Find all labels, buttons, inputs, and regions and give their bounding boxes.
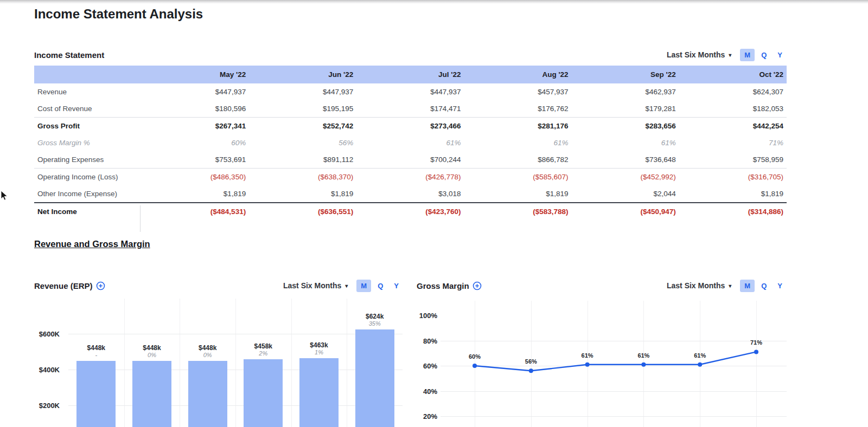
point-value-label: 71% [750,339,762,346]
cell: $252,742 [249,118,356,135]
row-label: Operating Expenses [34,151,142,169]
mode-quarter-button[interactable]: Q [757,49,771,61]
y-axis-label: $200K [34,402,60,410]
gridline [68,405,403,406]
column-divider [140,205,141,232]
column-header: May '22 [142,66,249,83]
cell: $195,195 [249,100,356,118]
revenue-bar[interactable] [188,361,227,427]
cell: $753,691 [142,151,249,169]
bar-value-label: $458k [254,342,272,350]
plus-circle-icon[interactable] [473,281,482,290]
plus-circle-icon[interactable] [96,281,105,290]
y-axis-label: 60% [417,362,437,370]
gridline [441,341,787,341]
cell: $447,937 [249,83,356,100]
gridline [441,366,787,366]
bar-change-label: 0% [148,352,156,358]
y-axis-label: 40% [417,387,437,395]
y-axis-label: $400K [34,366,60,374]
cell: ($426,778) [356,169,464,186]
cell: ($452,992) [572,169,679,186]
y-axis-label: $600K [34,330,60,338]
point-value-label: 60% [469,353,481,360]
gross-margin-period-controls: Last Six Months ▾ M Q Y [667,280,787,292]
row-label: Cost of Revenue [34,100,142,118]
mode-year-button[interactable]: Y [773,49,787,61]
gridline [441,416,787,417]
revenue-bar[interactable] [132,361,171,427]
gridline [124,299,125,427]
column-header: Oct '22 [679,66,787,83]
table-row: Net Income($484,531)($636,551)($423,760)… [34,203,787,220]
cell: $179,281 [572,100,679,118]
cell: $462,937 [572,83,679,100]
income-statement-header: Income Statement Last Six Months ▾ M Q Y [34,47,787,63]
cell: ($583,788) [464,203,571,220]
mode-quarter-button[interactable]: Q [373,280,387,292]
period-dropdown[interactable]: Last Six Months ▾ [283,281,348,290]
mode-month-button[interactable]: M [740,49,755,61]
y-axis-label: 100% [417,312,437,320]
income-statement-table: May '22Jun '22Jul '22Aug '22Sep '22Oct '… [34,66,787,220]
column-header: Jul '22 [356,66,464,83]
gridline [441,391,787,392]
gridline [756,301,757,427]
period-dropdown[interactable]: Last Six Months ▾ [667,50,731,59]
revenue-period-controls: Last Six Months ▾ M Q Y [283,280,403,292]
bar-change-label: 2% [259,350,267,357]
cell: $736,648 [572,151,679,169]
table-row: Revenue$447,937$447,937$447,937$457,937$… [34,83,787,100]
mode-month-button[interactable]: M [356,280,371,292]
table-header-row: May '22Jun '22Jul '22Aug '22Sep '22Oct '… [34,66,787,83]
cell: ($636,551) [249,203,356,220]
cell: 60% [142,134,249,151]
bar-change-label: - [95,352,97,358]
revenue-bar[interactable] [244,359,283,427]
gross-margin-chart-header: Gross Margin Last Six Months ▾ M Q Y [417,274,787,297]
point-value-label: 61% [694,352,706,359]
cell: $624,307 [679,83,787,100]
cell: 56% [249,134,356,151]
chevron-down-icon: ▾ [729,52,731,58]
cell: $891,112 [249,151,356,169]
revenue-bar[interactable] [355,329,394,427]
period-dropdown-label: Last Six Months [667,281,725,290]
cell: ($486,350) [142,169,249,186]
cell: $2,044 [572,185,679,203]
column-header: Sep '22 [572,66,679,83]
mode-month-button[interactable]: M [740,280,755,292]
section-heading[interactable]: Revenue and Gross Margin [34,239,150,249]
app-window: Income Statement Analysis Income Stateme… [0,0,868,427]
y-axis-label: 80% [417,337,437,345]
mode-year-button[interactable]: Y [773,280,787,292]
y-axis-label: 20% [417,412,437,420]
row-label: Gross Profit [34,118,142,135]
revenue-chart-card: Revenue (ERP) Last Six Months ▾ M Q Y $6… [34,274,403,427]
cell: $1,819 [249,185,356,203]
row-label: Revenue [34,83,142,100]
cell: $267,341 [142,118,249,135]
cell: 61% [356,134,464,151]
bar-value-label: $448k [87,344,105,352]
cell: $180,596 [142,100,249,118]
cell: $174,471 [356,100,464,118]
cell: $182,053 [679,100,787,118]
cell: $758,959 [679,151,787,169]
period-dropdown[interactable]: Last Six Months ▾ [667,281,731,290]
column-header: Aug '22 [464,66,571,83]
bar-change-label: 1% [315,349,323,355]
corner-cell [34,66,142,83]
gridline [235,299,236,427]
mode-quarter-button[interactable]: Q [757,280,771,292]
cell: $1,819 [142,185,249,203]
gridline [347,299,347,427]
cell: $447,937 [356,83,464,100]
gridline [291,299,292,427]
revenue-bar[interactable] [76,361,116,427]
revenue-bar[interactable] [299,358,339,427]
table-row: Other Income (Expense)$1,819$1,819$3,018… [34,185,787,203]
gridline [588,301,588,427]
mode-year-button[interactable]: Y [390,280,403,292]
bar-value-label: $624k [366,313,384,320]
